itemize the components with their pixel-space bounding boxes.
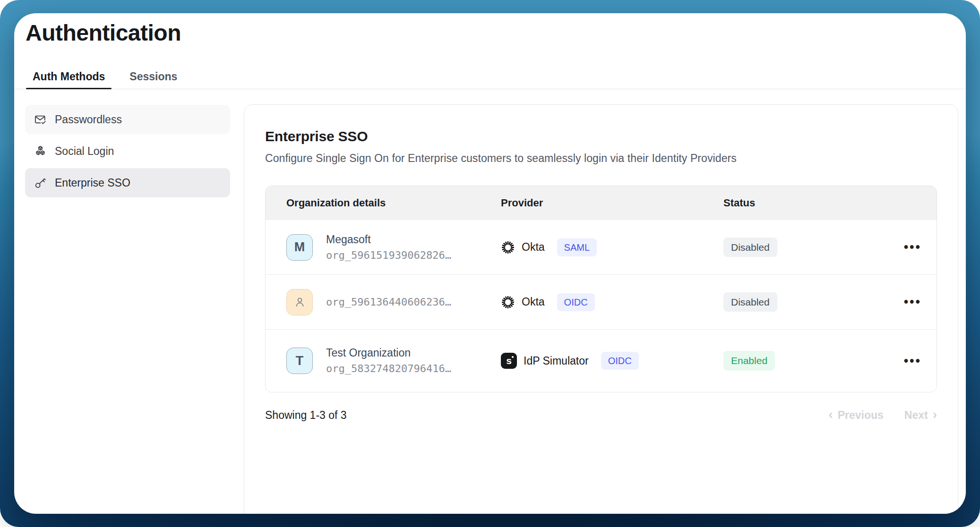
tab-sessions[interactable]: Sessions [123, 64, 184, 89]
protocol-badge: OIDC [601, 352, 639, 370]
provider-name: Okta [522, 241, 545, 254]
sidebar-item-label: Enterprise SSO [55, 177, 130, 189]
chevron-left-icon: ‹ [828, 408, 833, 421]
content-area: Passwordless Social Login [14, 89, 966, 514]
ellipsis-icon: ••• [904, 240, 921, 254]
enterprise-sso-panel: Enterprise SSO Configure Single Sign On … [244, 104, 958, 514]
previous-label: Previous [838, 409, 884, 422]
previous-page-button[interactable]: ‹ Previous [828, 408, 883, 422]
provider-cell: s IdP Simulator OIDC [501, 352, 723, 370]
provider-name: IdP Simulator [524, 355, 589, 367]
organization-cell: T Test Organization org_583274820796416… [286, 345, 501, 377]
ellipsis-icon: ••• [904, 354, 921, 368]
avatar-initial: M [294, 240, 305, 255]
row-menu-button[interactable]: ••• [900, 352, 925, 370]
tab-auth-methods-label: Auth Methods [33, 70, 105, 83]
protocol-badge: OIDC [557, 293, 595, 311]
chevron-right-icon: › [933, 408, 937, 421]
org-id: org_596151939062826… [326, 247, 451, 264]
sso-connections-table: Organization details Provider Status M M… [265, 186, 937, 392]
tab-bar: Auth Methods Sessions [14, 64, 966, 89]
provider-name: Okta [522, 296, 545, 308]
org-avatar [286, 289, 313, 315]
tab-auth-methods[interactable]: Auth Methods [26, 64, 112, 89]
protocol-badge: SAML [557, 238, 597, 256]
sidebar-item-passwordless[interactable]: Passwordless [25, 105, 230, 134]
org-text: Megasoft org_596151939062826… [326, 231, 451, 264]
org-id: org_596136440606236… [326, 294, 451, 310]
provider-cell: Okta SAML [501, 238, 723, 256]
next-label: Next [904, 409, 928, 422]
panel-description: Configure Single Sign On for Enterprise … [265, 152, 937, 165]
table-header-row: Organization details Provider Status [266, 186, 937, 220]
row-menu-button[interactable]: ••• [900, 293, 925, 311]
ellipsis-icon: ••• [904, 295, 921, 309]
app-window: Authentication Auth Methods Sessions Pa [14, 13, 966, 514]
tab-sessions-label: Sessions [129, 70, 177, 83]
org-id: org_583274820796416… [326, 361, 451, 377]
org-avatar: T [286, 348, 313, 374]
status-cell: Disabled [723, 292, 880, 312]
pager-controls: ‹ Previous Next › [828, 408, 937, 422]
sidebar-item-social-login[interactable]: Social Login [25, 136, 230, 166]
status-badge: Disabled [723, 238, 777, 257]
idp-simulator-icon: s [501, 353, 517, 369]
status-cell: Disabled [723, 238, 880, 257]
row-menu-button[interactable]: ••• [900, 238, 925, 256]
sidebar-item-enterprise-sso[interactable]: Enterprise SSO [25, 168, 230, 197]
org-avatar: M [286, 234, 313, 261]
status-badge: Enabled [723, 351, 775, 370]
status-cell: Enabled [723, 351, 880, 370]
okta-icon [501, 240, 515, 255]
organization-cell: org_596136440606236… [286, 289, 501, 315]
avatar-initial: T [296, 354, 304, 368]
key-icon [34, 177, 47, 189]
table-row[interactable]: org_596136440606236… Okta OIDC Dis [266, 274, 937, 329]
okta-icon [501, 295, 515, 309]
status-badge: Disabled [723, 292, 777, 312]
window-header: Authentication [14, 13, 966, 64]
table-row[interactable]: T Test Organization org_583274820796416…… [266, 329, 937, 392]
cubes-icon [34, 145, 47, 158]
column-header-provider: Provider [501, 197, 723, 209]
pagination-bar: Showing 1-3 of 3 ‹ Previous Next › [265, 408, 937, 422]
person-icon [293, 296, 306, 308]
organization-cell: M Megasoft org_596151939062826… [286, 231, 501, 264]
column-header-organization: Organization details [286, 197, 501, 209]
next-page-button[interactable]: Next › [904, 408, 937, 422]
sidebar: Passwordless Social Login [14, 104, 244, 514]
provider-cell: Okta OIDC [501, 293, 723, 311]
table-row[interactable]: M Megasoft org_596151939062826… [266, 220, 937, 274]
org-name: Test Organization [326, 345, 451, 361]
panel-heading: Enterprise SSO [265, 128, 937, 144]
sidebar-item-label: Social Login [55, 145, 114, 158]
org-text: Test Organization org_583274820796416… [326, 345, 451, 377]
column-header-status: Status [723, 197, 880, 209]
mail-check-icon [34, 113, 47, 126]
page-title: Authentication [26, 19, 966, 47]
org-name: Megasoft [326, 231, 451, 247]
pagination-summary: Showing 1-3 of 3 [265, 409, 347, 422]
org-text: org_596136440606236… [326, 294, 451, 310]
sidebar-item-label: Passwordless [55, 113, 122, 126]
